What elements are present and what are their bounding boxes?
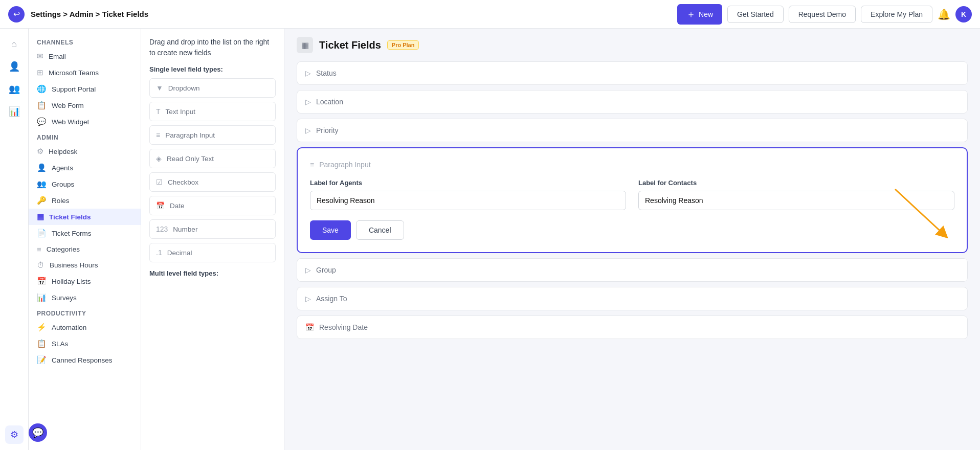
agents-label-col: Label for Agents	[310, 179, 626, 210]
field-row-status: ▷ Status	[297, 61, 968, 85]
popup-header-label: Paragraph Input	[319, 161, 370, 169]
sidebar-item-web-widget[interactable]: 💬 Web Widget	[29, 114, 141, 130]
sidebar-item-ticket-fields[interactable]: ▦ Ticket Fields	[29, 209, 141, 225]
agents-label: Label for Agents	[310, 179, 626, 187]
field-type-label: Dropdown	[168, 84, 200, 92]
field-type-paragraph-input[interactable]: ≡ Paragraph Input	[149, 125, 276, 145]
sidebar-icon-team[interactable]: 👥	[5, 80, 24, 98]
helpdesk-icon: ⚙	[37, 147, 43, 156]
field-type-decimal[interactable]: .1 Decimal	[149, 243, 276, 262]
automation-icon: ⚡	[37, 323, 47, 332]
surveys-icon: 📊	[37, 293, 47, 302]
sidebar-item-label: Roles	[52, 197, 70, 205]
sidebar-item-canned-responses[interactable]: 📝 Canned Responses	[29, 352, 141, 368]
paragraph-header-icon: ≡	[310, 161, 314, 169]
channels-section-label: Channels	[29, 35, 141, 48]
field-type-number[interactable]: 123 Number	[149, 219, 276, 239]
sidebar-item-label: Ticket Fields	[49, 213, 91, 221]
field-row-group: ▷ Group	[297, 258, 968, 282]
field-type-dropdown[interactable]: ▼ Dropdown	[149, 78, 276, 98]
text-input-icon: T	[156, 107, 161, 116]
avatar[interactable]: K	[955, 6, 972, 22]
field-row-resolving-date: 📅 Resolving Date	[297, 316, 968, 339]
sidebar-item-label: SLAs	[52, 340, 68, 348]
sidebar-item-label: Surveys	[52, 294, 77, 302]
chevron-right-icon: ▷	[305, 295, 311, 303]
explore-plan-button[interactable]: Explore My Plan	[861, 6, 932, 23]
sidebar-item-label: Categories	[47, 245, 80, 253]
notifications-icon[interactable]: 🔔	[938, 8, 950, 20]
slas-icon: 📋	[37, 339, 47, 348]
teams-icon: ⊞	[37, 68, 43, 77]
sidebar-item-holiday-lists[interactable]: 📅 Holiday Lists	[29, 273, 141, 289]
sidebar-icon-settings[interactable]: ⚙	[5, 425, 24, 444]
sidebar-item-surveys[interactable]: 📊 Surveys	[29, 289, 141, 306]
sidebar-item-automation[interactable]: ⚡ Automation	[29, 319, 141, 335]
field-label: Status	[316, 69, 337, 77]
field-row-location: ▷ Location	[297, 90, 968, 114]
field-type-text-input[interactable]: T Text Input	[149, 102, 276, 121]
sidebar-item-categories[interactable]: ≡ Categories	[29, 241, 141, 257]
field-label: Assign To	[316, 295, 347, 303]
paragraph-icon: ≡	[156, 131, 160, 139]
sidebar-item-helpdesk[interactable]: ⚙ Helpdesk	[29, 143, 141, 160]
sidebar-item-label: Support Portal	[52, 85, 96, 93]
field-label: Group	[316, 266, 336, 274]
sidebar-item-support-portal[interactable]: 🌐 Support Portal	[29, 81, 141, 97]
admin-section-label: Admin	[29, 130, 141, 143]
save-button[interactable]: Save	[310, 220, 351, 240]
plus-icon: ＋	[686, 8, 696, 20]
sidebar-item-label: Email	[49, 53, 66, 60]
sidebar-item-agents[interactable]: 👤 Agents	[29, 160, 141, 176]
sidebar-icon-home[interactable]: ⌂	[5, 35, 24, 53]
content-area: Drag and drop into the list on the right…	[141, 29, 980, 450]
sidebar-item-teams[interactable]: ⊞ Microsoft Teams	[29, 64, 141, 81]
request-demo-button[interactable]: Request Demo	[789, 6, 856, 23]
fields-panel: Drag and drop into the list on the right…	[141, 29, 284, 450]
new-button[interactable]: ＋ New	[677, 4, 722, 25]
field-type-label: Checkbox	[168, 178, 198, 186]
back-button[interactable]: ↩	[8, 6, 25, 22]
checkbox-icon: ☑	[156, 178, 163, 186]
chat-icon: 💬	[32, 427, 43, 438]
contacts-input[interactable]	[638, 191, 954, 210]
page-title: Ticket Fields	[319, 39, 381, 51]
get-started-button[interactable]: Get Started	[727, 6, 784, 23]
field-type-label: Text Input	[166, 108, 196, 116]
sidebar-item-ticket-forms[interactable]: 📄 Ticket Forms	[29, 225, 141, 241]
field-type-date[interactable]: 📅 Date	[149, 196, 276, 215]
chevron-right-icon: ▷	[305, 69, 311, 77]
sidebar-icon-contacts[interactable]: 👤	[5, 57, 24, 76]
portal-icon: 🌐	[37, 84, 47, 94]
agents-input[interactable]	[310, 191, 626, 210]
sidebar-item-label: Business Hours	[50, 261, 98, 269]
web-widget-icon: 💬	[37, 117, 47, 126]
chat-button[interactable]: 💬	[29, 423, 47, 442]
calendar-icon: 📅	[305, 323, 314, 331]
sidebar-item-label: Microsoft Teams	[49, 69, 99, 77]
roles-icon: 🔑	[37, 196, 47, 205]
sidebar-icon-reports[interactable]: 📊	[5, 102, 24, 121]
field-type-read-only-text[interactable]: ◈ Read Only Text	[149, 149, 276, 168]
cancel-button[interactable]: Cancel	[356, 220, 404, 240]
contacts-label-col: Label for Contacts	[638, 179, 954, 210]
sidebar-item-label: Helpdesk	[49, 148, 77, 155]
field-type-label: Number	[173, 226, 197, 233]
field-type-checkbox[interactable]: ☑ Checkbox	[149, 172, 276, 192]
web-form-icon: 📋	[37, 101, 47, 110]
drag-instruction: Drag and drop into the list on the right…	[149, 37, 276, 58]
single-level-label: Single level field types:	[149, 65, 276, 73]
agents-icon: 👤	[37, 163, 47, 172]
sidebar-item-roles[interactable]: 🔑 Roles	[29, 192, 141, 209]
ticket-fields-icon: ▦	[37, 212, 44, 221]
field-type-label: Date	[170, 202, 185, 210]
icon-sidebar: ⌂ 👤 👥 📊 ⚙	[0, 29, 29, 450]
sidebar-item-slas[interactable]: 📋 SLAs	[29, 335, 141, 352]
sidebar-item-email[interactable]: ✉ Email	[29, 48, 141, 64]
sidebar-item-label: Agents	[52, 164, 73, 172]
sidebar-item-label: Canned Responses	[52, 356, 113, 364]
sidebar-item-business-hours[interactable]: ⏱ Business Hours	[29, 257, 141, 273]
sidebar-item-web-form[interactable]: 📋 Web Form	[29, 97, 141, 114]
sidebar-item-groups[interactable]: 👥 Groups	[29, 176, 141, 192]
back-icon: ↩	[13, 9, 20, 19]
